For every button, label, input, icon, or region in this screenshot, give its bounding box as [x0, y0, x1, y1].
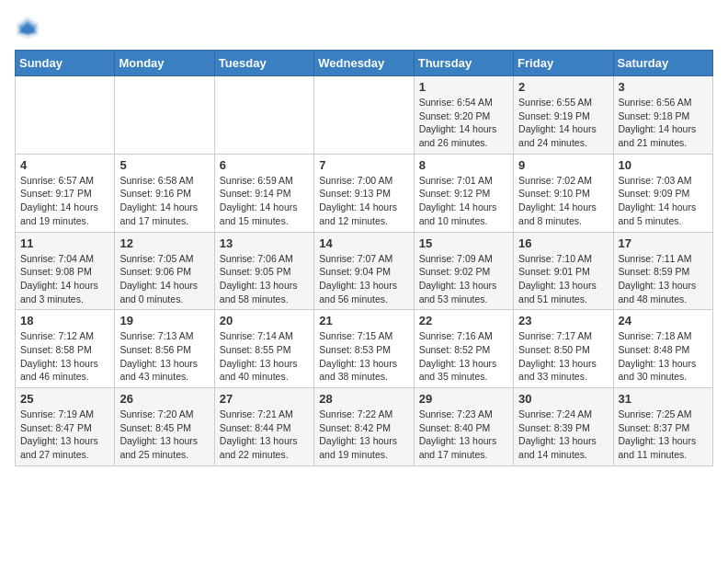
day-info: Sunrise: 7:15 AM Sunset: 8:53 PM Dayligh… — [319, 329, 408, 384]
day-info: Sunrise: 7:04 AM Sunset: 9:08 PM Dayligh… — [20, 252, 109, 306]
day-number: 16 — [518, 236, 608, 250]
calendar-day-cell: 8Sunrise: 7:01 AM Sunset: 9:12 PM Daylig… — [414, 154, 513, 232]
day-info: Sunrise: 7:19 AM Sunset: 8:47 PM Dayligh… — [20, 408, 109, 462]
calendar-day-cell: 2Sunrise: 6:55 AM Sunset: 9:19 PM Daylig… — [514, 76, 613, 155]
calendar-day-cell: 25Sunrise: 7:19 AM Sunset: 8:47 PM Dayli… — [16, 388, 115, 466]
day-number: 13 — [220, 236, 309, 250]
day-number: 21 — [319, 314, 408, 327]
calendar-week-row: 18Sunrise: 7:12 AM Sunset: 8:58 PM Dayli… — [16, 310, 713, 388]
calendar-day-cell: 16Sunrise: 7:10 AM Sunset: 9:01 PM Dayli… — [514, 232, 613, 310]
day-number: 5 — [119, 158, 209, 172]
calendar-day-cell: 6Sunrise: 6:59 AM Sunset: 9:14 PM Daylig… — [214, 154, 313, 232]
calendar-day-cell: 21Sunrise: 7:15 AM Sunset: 8:53 PM Dayli… — [314, 310, 414, 388]
day-number: 7 — [319, 158, 408, 172]
day-number: 29 — [419, 392, 508, 406]
day-info: Sunrise: 7:20 AM Sunset: 8:45 PM Dayligh… — [119, 408, 209, 462]
day-info: Sunrise: 7:12 AM Sunset: 8:58 PM Dayligh… — [20, 329, 109, 384]
day-number: 9 — [518, 158, 608, 172]
day-number: 15 — [419, 236, 508, 250]
day-number: 31 — [619, 392, 708, 406]
day-info: Sunrise: 7:10 AM Sunset: 9:01 PM Dayligh… — [518, 252, 608, 306]
day-number: 27 — [220, 392, 309, 406]
calendar-day-cell: 17Sunrise: 7:11 AM Sunset: 8:59 PM Dayli… — [613, 232, 712, 310]
calendar-day-cell: 28Sunrise: 7:22 AM Sunset: 8:42 PM Dayli… — [314, 388, 414, 466]
logo-icon — [15, 15, 40, 40]
day-number: 11 — [20, 236, 109, 250]
day-of-week-header: Thursday — [414, 51, 513, 76]
calendar-day-cell: 30Sunrise: 7:24 AM Sunset: 8:39 PM Dayli… — [514, 388, 613, 466]
day-info: Sunrise: 6:56 AM Sunset: 9:18 PM Dayligh… — [619, 96, 708, 150]
day-of-week-header: Sunday — [16, 51, 115, 76]
day-number: 26 — [119, 392, 209, 406]
day-of-week-header: Friday — [514, 51, 613, 76]
calendar-header-row: SundayMondayTuesdayWednesdayThursdayFrid… — [16, 51, 713, 76]
calendar-day-cell: 3Sunrise: 6:56 AM Sunset: 9:18 PM Daylig… — [613, 76, 712, 155]
day-of-week-header: Tuesday — [214, 51, 313, 76]
calendar-week-row: 25Sunrise: 7:19 AM Sunset: 8:47 PM Dayli… — [16, 388, 713, 466]
day-info: Sunrise: 7:14 AM Sunset: 8:55 PM Dayligh… — [220, 329, 309, 384]
calendar-day-cell: 26Sunrise: 7:20 AM Sunset: 8:45 PM Dayli… — [115, 388, 214, 466]
calendar-week-row: 1Sunrise: 6:54 AM Sunset: 9:20 PM Daylig… — [16, 76, 713, 155]
calendar-day-cell: 19Sunrise: 7:13 AM Sunset: 8:56 PM Dayli… — [115, 310, 214, 388]
calendar-day-cell — [214, 76, 313, 155]
calendar-day-cell: 14Sunrise: 7:07 AM Sunset: 9:04 PM Dayli… — [314, 232, 414, 310]
day-info: Sunrise: 7:13 AM Sunset: 8:56 PM Dayligh… — [119, 329, 209, 384]
day-info: Sunrise: 7:23 AM Sunset: 8:40 PM Dayligh… — [419, 408, 508, 462]
calendar-day-cell: 4Sunrise: 6:57 AM Sunset: 9:17 PM Daylig… — [16, 154, 115, 232]
calendar-day-cell: 9Sunrise: 7:02 AM Sunset: 9:10 PM Daylig… — [514, 154, 613, 232]
day-info: Sunrise: 7:25 AM Sunset: 8:37 PM Dayligh… — [619, 408, 708, 462]
calendar-day-cell: 31Sunrise: 7:25 AM Sunset: 8:37 PM Dayli… — [613, 388, 712, 466]
day-number: 1 — [419, 80, 508, 94]
calendar-day-cell: 10Sunrise: 7:03 AM Sunset: 9:09 PM Dayli… — [613, 154, 712, 232]
calendar-day-cell: 7Sunrise: 7:00 AM Sunset: 9:13 PM Daylig… — [314, 154, 414, 232]
day-info: Sunrise: 6:54 AM Sunset: 9:20 PM Dayligh… — [419, 96, 508, 150]
day-info: Sunrise: 7:01 AM Sunset: 9:12 PM Dayligh… — [419, 174, 508, 228]
calendar-day-cell: 23Sunrise: 7:17 AM Sunset: 8:50 PM Dayli… — [514, 310, 613, 388]
calendar-day-cell: 29Sunrise: 7:23 AM Sunset: 8:40 PM Dayli… — [414, 388, 513, 466]
calendar-day-cell: 15Sunrise: 7:09 AM Sunset: 9:02 PM Dayli… — [414, 232, 513, 310]
day-number: 30 — [518, 392, 608, 406]
calendar-day-cell — [16, 76, 115, 155]
day-of-week-header: Monday — [115, 51, 214, 76]
day-number: 12 — [119, 236, 209, 250]
day-number: 3 — [619, 80, 708, 94]
day-info: Sunrise: 7:16 AM Sunset: 8:52 PM Dayligh… — [419, 329, 508, 384]
day-info: Sunrise: 7:21 AM Sunset: 8:44 PM Dayligh… — [220, 408, 309, 462]
calendar-table: SundayMondayTuesdayWednesdayThursdayFrid… — [15, 50, 713, 466]
day-number: 17 — [619, 236, 708, 250]
day-info: Sunrise: 7:07 AM Sunset: 9:04 PM Dayligh… — [319, 252, 408, 306]
day-number: 20 — [220, 314, 309, 327]
calendar-day-cell — [115, 76, 214, 155]
day-info: Sunrise: 7:09 AM Sunset: 9:02 PM Dayligh… — [419, 252, 508, 306]
day-info: Sunrise: 7:06 AM Sunset: 9:05 PM Dayligh… — [220, 252, 309, 306]
day-info: Sunrise: 7:18 AM Sunset: 8:48 PM Dayligh… — [619, 329, 708, 384]
day-info: Sunrise: 7:03 AM Sunset: 9:09 PM Dayligh… — [619, 174, 708, 228]
calendar-week-row: 4Sunrise: 6:57 AM Sunset: 9:17 PM Daylig… — [16, 154, 713, 232]
day-number: 19 — [119, 314, 209, 327]
calendar-day-cell: 22Sunrise: 7:16 AM Sunset: 8:52 PM Dayli… — [414, 310, 513, 388]
day-number: 14 — [319, 236, 408, 250]
day-number: 4 — [20, 158, 109, 172]
day-number: 8 — [419, 158, 508, 172]
day-info: Sunrise: 6:58 AM Sunset: 9:16 PM Dayligh… — [119, 174, 209, 228]
day-info: Sunrise: 6:57 AM Sunset: 9:17 PM Dayligh… — [20, 174, 109, 228]
day-number: 28 — [319, 392, 408, 406]
page-header — [15, 15, 713, 40]
calendar-week-row: 11Sunrise: 7:04 AM Sunset: 9:08 PM Dayli… — [16, 232, 713, 310]
calendar-day-cell: 1Sunrise: 6:54 AM Sunset: 9:20 PM Daylig… — [414, 76, 513, 155]
calendar-day-cell: 27Sunrise: 7:21 AM Sunset: 8:44 PM Dayli… — [214, 388, 313, 466]
day-info: Sunrise: 6:55 AM Sunset: 9:19 PM Dayligh… — [518, 96, 608, 150]
day-of-week-header: Saturday — [613, 51, 712, 76]
day-info: Sunrise: 7:11 AM Sunset: 8:59 PM Dayligh… — [619, 252, 708, 306]
day-info: Sunrise: 7:05 AM Sunset: 9:06 PM Dayligh… — [119, 252, 209, 306]
day-of-week-header: Wednesday — [314, 51, 414, 76]
day-info: Sunrise: 7:22 AM Sunset: 8:42 PM Dayligh… — [319, 408, 408, 462]
day-number: 25 — [20, 392, 109, 406]
calendar-day-cell — [314, 76, 414, 155]
day-info: Sunrise: 7:17 AM Sunset: 8:50 PM Dayligh… — [518, 329, 608, 384]
day-number: 24 — [619, 314, 708, 327]
calendar-day-cell: 24Sunrise: 7:18 AM Sunset: 8:48 PM Dayli… — [613, 310, 712, 388]
day-number: 6 — [220, 158, 309, 172]
logo — [15, 15, 44, 40]
day-info: Sunrise: 7:02 AM Sunset: 9:10 PM Dayligh… — [518, 174, 608, 228]
